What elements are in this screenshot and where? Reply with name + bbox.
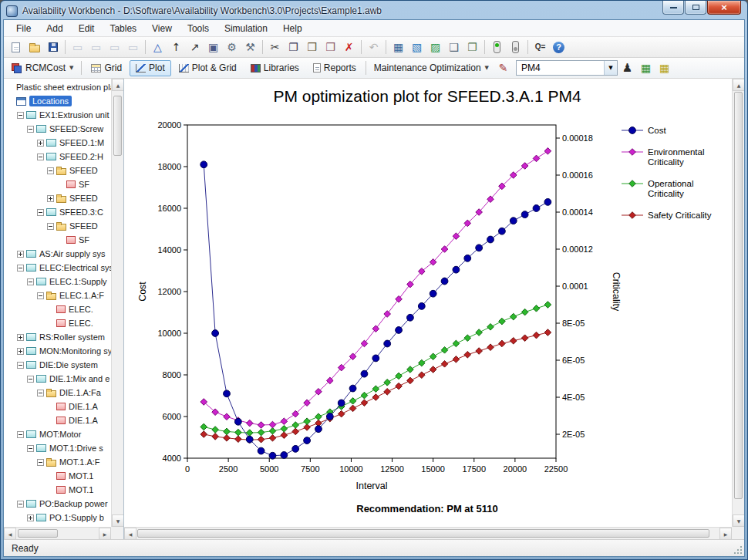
cut-button[interactable]: ✂ bbox=[266, 39, 284, 56]
close-button[interactable]: × bbox=[707, 1, 741, 15]
paste-button[interactable]: ❒ bbox=[303, 39, 321, 56]
collapse-icon[interactable] bbox=[27, 445, 34, 452]
tree-item-label[interactable]: Plastic sheet extrusion pla bbox=[16, 83, 111, 92]
tree-item[interactable]: PO.1:Supply b bbox=[4, 511, 111, 525]
tree-item[interactable]: SF bbox=[4, 177, 111, 191]
scroll-down-arrow[interactable]: ▼ bbox=[733, 514, 744, 527]
tree-item-label[interactable]: SFEED.1:M bbox=[59, 138, 104, 147]
collapse-icon[interactable] bbox=[27, 126, 34, 133]
tree-item[interactable]: SFEED.2:H bbox=[4, 150, 111, 164]
menu-help[interactable]: Help bbox=[275, 21, 310, 36]
scroll-right-arrow[interactable]: ▶ bbox=[719, 528, 732, 539]
tree-item[interactable]: SFEED.1:M bbox=[4, 136, 111, 150]
copy-button[interactable]: ❐ bbox=[285, 39, 302, 56]
tree-item-label[interactable]: MOT.1.A:F bbox=[59, 457, 100, 467]
scroll-left-arrow[interactable]: ◀ bbox=[4, 528, 16, 539]
scrollbar-thumb[interactable] bbox=[734, 92, 743, 499]
settings-gear-button[interactable]: ⚙ bbox=[223, 39, 241, 56]
tree-item-label[interactable]: DIE.1.A bbox=[69, 416, 98, 425]
tab-reports[interactable]: Reports bbox=[307, 60, 362, 76]
tree-item[interactable]: PO:Backup power bbox=[4, 497, 111, 511]
tree-item[interactable]: ELEC:Electrical sys bbox=[4, 261, 111, 275]
tree-item-label[interactable]: MOT.1:Drive s bbox=[49, 444, 103, 453]
data-table-button[interactable]: ▦ bbox=[389, 39, 407, 56]
tree-item-label[interactable]: ELEC:Electrical sys bbox=[39, 263, 111, 272]
tree-horizontal-scrollbar[interactable]: ◀ ▶ bbox=[4, 527, 111, 539]
tree-item[interactable]: DIE.1.A bbox=[4, 413, 111, 427]
tree-item-label[interactable]: SFEED bbox=[69, 194, 98, 203]
tree-item-label[interactable]: SF bbox=[79, 235, 89, 245]
expand-icon[interactable] bbox=[17, 334, 24, 341]
tree-item[interactable]: SFEED.3:C bbox=[4, 205, 111, 219]
collapse-icon[interactable] bbox=[37, 153, 44, 160]
tree-item[interactable]: ELEC. bbox=[4, 316, 111, 330]
tree-item-label[interactable]: ELEC.1.A:F bbox=[59, 291, 104, 300]
tree-item[interactable]: AS:Air supply sys bbox=[4, 247, 111, 261]
scroll-right-arrow[interactable]: ▶ bbox=[99, 528, 111, 539]
collapse-icon[interactable] bbox=[47, 167, 54, 174]
menu-view[interactable]: View bbox=[144, 21, 180, 36]
expand-icon[interactable] bbox=[47, 195, 54, 202]
plot-vertical-scrollbar[interactable]: ▲ ▼ bbox=[732, 79, 744, 527]
tree-item-label[interactable]: SFEED bbox=[69, 166, 98, 175]
tree-item-label[interactable]: DIE.1:Mix and e bbox=[49, 374, 110, 383]
export-data-button[interactable]: ▨ bbox=[426, 39, 444, 56]
maximize-button[interactable] bbox=[685, 1, 706, 15]
menu-tools[interactable]: Tools bbox=[180, 21, 217, 36]
tree-vertical-scrollbar[interactable]: ▲ ▼ bbox=[111, 79, 123, 527]
scroll-down-arrow[interactable]: ▼ bbox=[112, 514, 124, 527]
save-project-button[interactable] bbox=[44, 39, 62, 56]
menu-add[interactable]: Add bbox=[39, 21, 70, 36]
tree-item-label[interactable]: DIE.1.A bbox=[69, 402, 98, 411]
expand-icon[interactable] bbox=[37, 140, 44, 147]
tree-item[interactable]: SF bbox=[4, 233, 111, 247]
transfer-item-button[interactable]: ↗ bbox=[186, 39, 204, 56]
menu-tables[interactable]: Tables bbox=[102, 21, 144, 36]
tree-item[interactable]: MOT:Motor bbox=[4, 427, 111, 441]
tree-item[interactable]: MON:Monitoring sy bbox=[4, 344, 111, 358]
tree-item[interactable]: SFEED bbox=[4, 219, 111, 233]
collapse-icon[interactable] bbox=[27, 278, 34, 285]
collapse-icon[interactable] bbox=[37, 459, 44, 466]
import-data-button[interactable]: ▧ bbox=[408, 39, 426, 56]
tree-item[interactable]: SFEED bbox=[4, 164, 111, 177]
tree-item[interactable]: Locations bbox=[4, 94, 111, 108]
tree-item[interactable]: RS:Roller system bbox=[4, 330, 111, 344]
clipboard-view-button[interactable]: ❐ bbox=[463, 39, 481, 56]
tree-item[interactable]: DIE.1.A:Fa bbox=[4, 386, 111, 400]
new-document-button[interactable] bbox=[7, 39, 25, 56]
tree-item-label[interactable]: DIE.1.A:Fa bbox=[59, 388, 101, 397]
tab-grid[interactable]: Grid bbox=[85, 60, 128, 76]
tab-libraries[interactable]: Libraries bbox=[244, 60, 305, 76]
tree-item-label[interactable]: SFEED:Screw bbox=[49, 124, 103, 133]
clipboard-copy-button[interactable]: ❑ bbox=[445, 39, 463, 56]
edit-plot-button[interactable]: ✎ bbox=[494, 59, 512, 76]
tab-plot[interactable]: Plot bbox=[130, 60, 171, 76]
scrollbar-thumb[interactable] bbox=[18, 529, 58, 538]
tree-item[interactable]: MOT.1 bbox=[4, 469, 111, 483]
minimize-button[interactable] bbox=[662, 1, 684, 15]
tree-item[interactable]: ELEC.1.A:F bbox=[4, 288, 111, 302]
tree-item[interactable]: ELEC.1:Supply bbox=[4, 275, 111, 288]
collapse-icon[interactable] bbox=[17, 265, 24, 272]
tree-item[interactable]: MOT.1 bbox=[4, 483, 111, 497]
tree-item-label[interactable]: SF bbox=[79, 180, 89, 189]
tree-item[interactable]: DIE.1.A bbox=[4, 400, 111, 413]
grid-optimize-button[interactable]: ▦ bbox=[655, 59, 673, 76]
scroll-up-arrow[interactable]: ▲ bbox=[112, 79, 124, 91]
tree-item[interactable]: DIE:Die system bbox=[4, 358, 111, 372]
collapse-icon[interactable] bbox=[17, 431, 24, 438]
tree-item-label[interactable]: DIE:Die system bbox=[39, 360, 98, 369]
tree-item-label[interactable]: MON:Monitoring sy bbox=[39, 346, 111, 356]
pause-simulation-button[interactable] bbox=[507, 39, 524, 56]
rcmcost-module-button[interactable]: RCMCost ▼ bbox=[7, 61, 78, 75]
title-bar[interactable]: Availability Workbench - D:\Software\Ava… bbox=[3, 2, 745, 19]
tree-item-label[interactable]: RS:Roller system bbox=[39, 332, 105, 342]
resize-grip-icon[interactable] bbox=[733, 545, 743, 555]
tree-item[interactable]: ELEC. bbox=[4, 302, 111, 316]
collapse-icon[interactable] bbox=[37, 292, 44, 299]
maintenance-optimization-dropdown[interactable]: Maintenance Optimization ▼ bbox=[369, 61, 494, 75]
query-button[interactable]: Q= bbox=[531, 39, 549, 56]
tree-item-label[interactable]: MOT:Motor bbox=[39, 430, 81, 439]
failure-models-button[interactable]: △ bbox=[149, 39, 167, 56]
